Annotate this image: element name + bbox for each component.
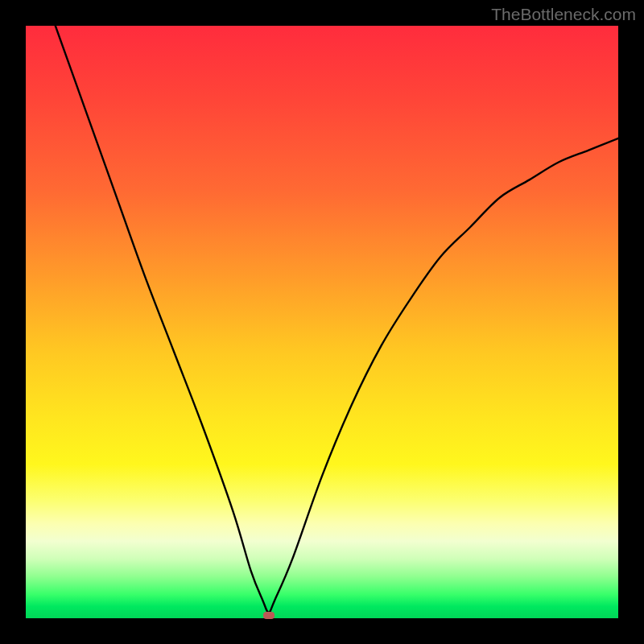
chart-frame: TheBottleneck.com [0,0,644,644]
bottleneck-curve [26,26,618,618]
watermark-text: TheBottleneck.com [491,5,636,24]
plot-area [26,26,618,618]
optimal-point-marker [263,612,275,619]
curve-path [56,26,618,613]
